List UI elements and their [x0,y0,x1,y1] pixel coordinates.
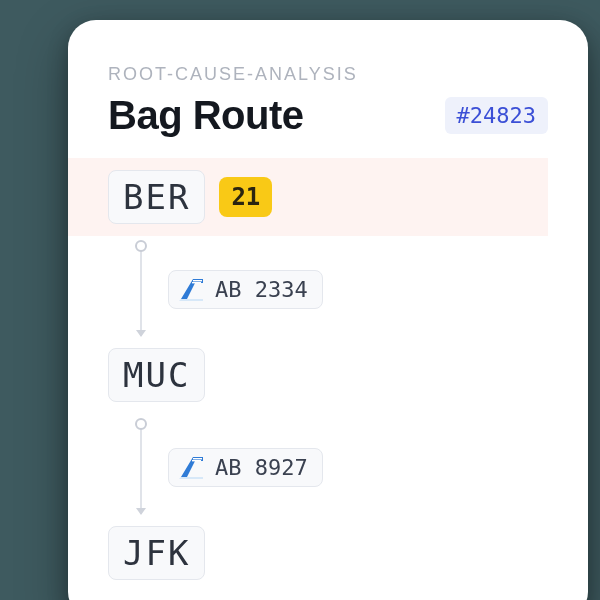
flight-badge[interactable]: AB 8927 [168,448,323,487]
svg-rect-1 [192,282,201,283]
route-stop[interactable]: BER 21 [68,158,548,236]
flight-number: AB 8927 [215,455,308,480]
route-leg: AB 8927 [68,414,548,514]
title-row: Bag Route #24823 [108,93,548,138]
issue-count-badge: 21 [219,177,272,217]
connector-icon [134,414,148,514]
route-stop[interactable]: MUC [68,336,548,414]
bag-route-card: ROOT-CAUSE-ANALYSIS Bag Route #24823 BER… [68,20,588,600]
route-leg: AB 2334 [68,236,548,336]
card-header: ROOT-CAUSE-ANALYSIS Bag Route #24823 [68,20,588,158]
flight-badge[interactable]: AB 2334 [168,270,323,309]
airport-code: MUC [108,348,205,402]
airport-code: JFK [108,526,205,580]
airplane-tail-icon [179,277,205,301]
connector-icon [134,236,148,336]
case-id-badge[interactable]: #24823 [445,97,548,134]
svg-rect-3 [192,460,201,461]
svg-rect-0 [193,280,202,281]
page-title: Bag Route [108,93,304,138]
route-block: BER 21 AB 2334 MUC [68,158,588,592]
route-stop[interactable]: JFK [68,514,548,592]
svg-rect-2 [193,458,202,459]
airport-code: BER [108,170,205,224]
eyebrow-label: ROOT-CAUSE-ANALYSIS [108,64,548,85]
airplane-tail-icon [179,455,205,479]
flight-number: AB 2334 [215,277,308,302]
